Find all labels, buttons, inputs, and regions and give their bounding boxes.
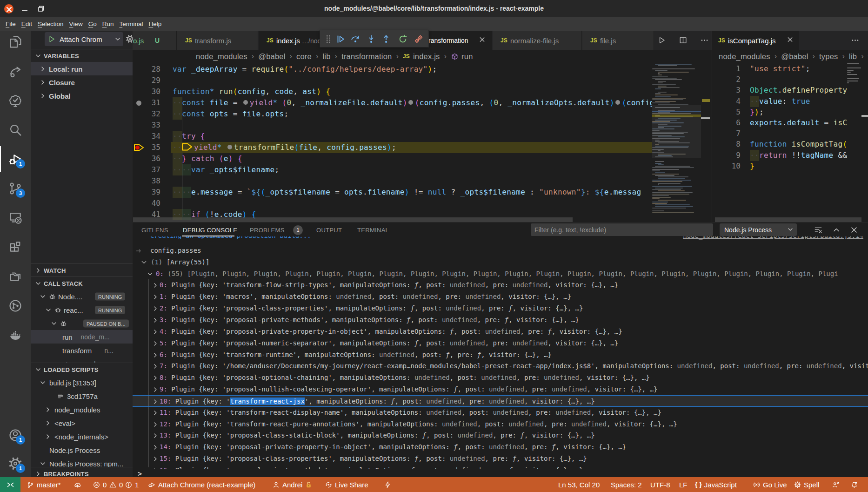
inline-breakpoint-candidate[interactable]: [243, 100, 248, 105]
debug-console-input[interactable]: >: [133, 469, 868, 478]
loaded-script-2[interactable]: node_modules: [31, 403, 133, 416]
status-master-[interactable]: master*: [27, 477, 61, 492]
panel-tab-output[interactable]: OUTPUT: [316, 222, 342, 238]
console-plugin-row-3[interactable]: 3: Plugin {key: 'proposal-private-method…: [133, 314, 868, 326]
code-line-9[interactable]: ··return !!tagName && /^[a-z]|\-/.test(t…: [750, 150, 847, 161]
console-filter-input[interactable]: Filter (e.g. text, !exclude): [531, 223, 713, 236]
console-plugin-row-7[interactable]: 7: Plugin {key: '/home/anduser/Documents…: [133, 360, 868, 372]
breadcrumb-core[interactable]: core: [296, 52, 312, 61]
menu-view[interactable]: View: [67, 17, 86, 31]
code-line-33[interactable]: [173, 120, 652, 131]
status-live-share[interactable]: Live Share: [325, 477, 368, 492]
split-editor-button[interactable]: [679, 36, 688, 47]
status-bell[interactable]: [850, 477, 858, 492]
horizontal-scrollbar[interactable]: [133, 217, 573, 222]
console-plugin-row-11[interactable]: 11: Plugin {key: 'transform-react-displa…: [133, 407, 868, 418]
panel-tab-gitlens[interactable]: GITLENS: [141, 222, 168, 238]
variables-scope-Local: run[interactable]: Local: run: [31, 62, 133, 75]
debug-session-select[interactable]: Node.js Process: [720, 223, 797, 236]
menu-go[interactable]: Go: [86, 17, 100, 31]
more-actions-button[interactable]: [700, 36, 709, 47]
code-line-34[interactable]: ··try {: [173, 131, 652, 142]
breadcrumb-lib[interactable]: lib: [849, 52, 857, 61]
maximize-panel-button[interactable]: [832, 225, 841, 236]
menu-selection[interactable]: Selection: [35, 17, 67, 31]
code-line-38[interactable]: [173, 175, 652, 187]
console-plugin-row-15[interactable]: 15: Plugin {key: 'proposal-class-propert…: [133, 453, 868, 465]
clear-console-button[interactable]: [814, 225, 823, 236]
activitybar-item-search[interactable]: [0, 119, 31, 141]
status-ln-53-col-20[interactable]: Ln 53, Col 20: [558, 477, 600, 492]
tab-isCompatTag.js[interactable]: JS isCompatTag.js: [712, 31, 799, 50]
session-chevron-0[interactable]: [39, 293, 47, 300]
minimap[interactable]: [847, 63, 861, 91]
status-spell[interactable]: Spell: [794, 477, 819, 492]
code-line-5[interactable]: });: [750, 107, 847, 117]
breakpoint-unverified-icon[interactable]: [136, 101, 141, 106]
section-breakpoints[interactable]: BREAKPOINTS: [31, 467, 133, 477]
menu-terminal[interactable]: Terminal: [116, 17, 146, 31]
variables-scope-Global[interactable]: Global: [31, 89, 133, 102]
console-plugin-row-2[interactable]: 2: Plugin {key: 'proposal-class-properti…: [133, 303, 868, 314]
inline-breakpoint-candidate[interactable]: [615, 100, 620, 105]
breadcrumb-node_modules[interactable]: node_modules: [196, 52, 247, 61]
code-line-3[interactable]: Object.defineProperty(exports, "__esModu…: [750, 85, 847, 95]
window-close-button[interactable]: [4, 4, 13, 13]
expand-1[interactable]: [39, 79, 47, 86]
inline-breakpoint-candidate[interactable]: [408, 100, 413, 105]
breadcrumb-node_modules[interactable]: node_modules: [719, 52, 770, 61]
code-line-32[interactable]: ··const opts = file.opts;: [173, 108, 652, 120]
status-spaces-2[interactable]: Spaces: 2: [611, 477, 642, 492]
callstack-frame-run[interactable]: run node_m...: [31, 330, 133, 344]
loaded-script-4[interactable]: <node_internals>: [31, 430, 133, 443]
callstack-session-0[interactable]: Node.... RUNNING: [31, 290, 133, 303]
panel-tab-problems[interactable]: PROBLEMS: [250, 222, 285, 238]
debug-start-icon[interactable]: [47, 35, 56, 43]
debug-disconnect-button[interactable]: [414, 34, 424, 46]
status-cloudup[interactable]: [73, 477, 81, 492]
launch-configure-gear[interactable]: [126, 34, 133, 45]
scripts-chevron-3[interactable]: [44, 419, 52, 427]
status-1[interactable]: 1: [125, 477, 139, 492]
activitybar-item-settings[interactable]: 1: [0, 452, 31, 475]
loaded-script-3[interactable]: <eval>: [31, 416, 133, 430]
activitybar-item-explorer[interactable]: [0, 31, 31, 53]
callstack-frame-transform[interactable]: transform n...: [31, 344, 133, 357]
close-panel-button[interactable]: [849, 225, 859, 236]
status-attach-chrome-react-example-[interactable]: Attach Chrome (react-example): [148, 477, 255, 492]
console-source-link[interactable]: node_modules/react-scripts/scripts/build…: [683, 236, 863, 242]
code-line-1[interactable]: "use strict";: [750, 63, 847, 74]
menu-help[interactable]: Help: [146, 17, 164, 31]
console-plugin-row-1[interactable]: 1: Plugin {key: 'macros', manipulateOpti…: [133, 291, 868, 303]
console-plugin-row-12[interactable]: 12: Plugin {key: 'transform-react-pure-a…: [133, 418, 868, 430]
console-plugin-row-14[interactable]: 14: Plugin {key: 'proposal-private-prope…: [133, 441, 868, 453]
code-line-35[interactable]: ··yield* transformFile(file, config.pass…: [173, 142, 652, 153]
tab-o.js[interactable]: o.jsU: [133, 31, 177, 50]
code-line-2[interactable]: [750, 74, 847, 85]
scripts-chevron-6[interactable]: [39, 460, 47, 467]
variables-scope-Closure[interactable]: Closure: [31, 75, 133, 89]
activitybar-item-git-graph[interactable]: [0, 295, 31, 317]
console-array-row[interactable]: 0: (55) [Plugin, Plugin, Plugin, Plugin,…: [133, 268, 868, 280]
code-line-6[interactable]: exports.default = isCompatTag;: [750, 117, 847, 128]
loaded-script-5[interactable]: Node.js Process: [31, 443, 133, 457]
toolbar-grip[interactable]: [323, 34, 334, 46]
breadcrumb-lib[interactable]: lib: [322, 52, 330, 61]
code-line-36[interactable]: ··} catch (e) {: [173, 153, 652, 164]
section-call-stack[interactable]: CALL STACK: [31, 276, 133, 290]
session-chevron-1[interactable]: [45, 306, 52, 314]
expand-2[interactable]: [39, 92, 47, 100]
activitybar-item-gitlens[interactable]: [0, 60, 31, 82]
tab-file.js[interactable]: JSfile.js: [582, 31, 654, 50]
tab-transform.js[interactable]: JStransform.js: [177, 31, 258, 50]
activitybar-item-remote-explorer[interactable]: [0, 207, 31, 229]
window-restore-button[interactable]: [36, 5, 45, 13]
panel-tab-terminal[interactable]: TERMINAL: [357, 222, 389, 238]
activitybar-item-run-and-debug[interactable]: 1: [0, 148, 31, 170]
menu-run[interactable]: Run: [100, 17, 117, 31]
inline-breakpoint-candidate[interactable]: [227, 145, 232, 149]
debug-continue-button[interactable]: [335, 34, 346, 46]
status-0[interactable]: 0: [93, 477, 107, 492]
activitybar-item-extensions[interactable]: [0, 236, 31, 258]
minimap[interactable]: [652, 64, 701, 217]
